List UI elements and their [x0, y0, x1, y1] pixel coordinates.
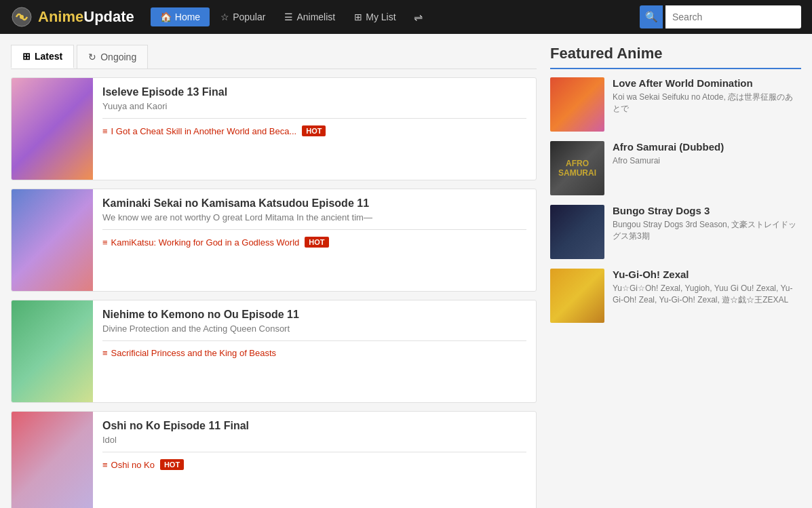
logo-text: AnimeUpdate [38, 8, 134, 26]
featured-thumbnail [550, 205, 604, 259]
tab-latest[interactable]: ⊞ Latest [11, 45, 74, 69]
card-body: Oshi no Ko Episode 11 Final Idol ≡ Oshi … [93, 412, 536, 508]
card-title: Iseleve Episode 13 Final [102, 86, 526, 98]
card-divider [102, 452, 526, 452]
featured-item: AFROSAMURAI Afro Samurai (Dubbed) Afro S… [550, 141, 801, 195]
left-column: ⊞ Latest ↻ Ongoing Iseleve Episode 13 Fi… [11, 45, 537, 508]
card-link[interactable]: ≡ I Got a Cheat Skill in Another World a… [102, 126, 296, 136]
featured-item: Bungo Stray Dogs 3 Bungou Stray Dogs 3rd… [550, 205, 801, 259]
card-thumbnail [12, 412, 93, 508]
main-container: ⊞ Latest ↻ Ongoing Iseleve Episode 13 Fi… [0, 34, 812, 508]
logo-icon [11, 6, 33, 28]
featured-item: Yu-Gi-Oh! Zexal Yu☆Gi☆Oh! Zexal, Yugioh,… [550, 269, 801, 323]
card-thumbnail [12, 189, 93, 291]
tabs: ⊞ Latest ↻ Ongoing [11, 45, 537, 69]
hot-badge: HOT [160, 459, 184, 470]
featured-sub: Afro Samurai [613, 155, 801, 167]
card-link[interactable]: ≡ Sacrificial Princess and the King of B… [102, 348, 276, 358]
card-title: Kaminaki Sekai no Kamisama Katsudou Epis… [102, 197, 526, 210]
featured-name: Afro Samurai (Dubbed) [613, 141, 801, 153]
search-button[interactable]: 🔍 [640, 5, 663, 28]
card-title: Niehime to Kemono no Ou Episode 11 [102, 309, 526, 321]
featured-sub: Yu☆Gi☆Oh! Zexal, Yugioh, Yuu Gi Ou! Zexa… [613, 283, 801, 306]
card-subtitle: Yuuya and Kaori [102, 101, 526, 111]
card-thumbnail [12, 78, 93, 180]
card-title: Oshi no Ko Episode 11 Final [102, 420, 526, 432]
card-divider [102, 118, 526, 119]
nav-mylist[interactable]: ⊞ My List [346, 7, 404, 26]
card-divider [102, 340, 526, 341]
search-input[interactable] [665, 5, 801, 28]
anime-card: Niehime to Kemono no Ou Episode 11 Divin… [11, 300, 537, 403]
anime-card: Oshi no Ko Episode 11 Final Idol ≡ Oshi … [11, 411, 537, 508]
card-body: Niehime to Kemono no Ou Episode 11 Divin… [93, 300, 536, 402]
featured-thumbnail [550, 269, 604, 323]
card-subtitle: Divine Protection and the Acting Queen C… [102, 324, 526, 334]
card-subtitle: We know we are not worthy O great Lord M… [102, 212, 526, 222]
featured-info: Afro Samurai (Dubbed) Afro Samurai [613, 141, 801, 167]
featured-thumbnail: AFROSAMURAI [550, 141, 604, 195]
nav: 🏠 Home ☆ Popular ☰ Animelist ⊞ My List ⇌ [151, 7, 634, 28]
card-link-row: ≡ KamiKatsu: Working for God in a Godles… [102, 237, 526, 248]
tab-ongoing[interactable]: ↻ Ongoing [77, 45, 148, 69]
search-wrap: 🔍 [640, 5, 801, 28]
card-link-row: ≡ I Got a Cheat Skill in Another World a… [102, 125, 526, 136]
anime-card: Iseleve Episode 13 Final Yuuya and Kaori… [11, 77, 537, 180]
featured-item: Love After World Domination Koi wa Sekai… [550, 77, 801, 132]
card-link[interactable]: ≡ Oshi no Ko [102, 460, 155, 470]
card-link[interactable]: ≡ KamiKatsu: Working for God in a Godles… [102, 237, 299, 248]
card-divider [102, 229, 526, 230]
logo-part1: Anime [38, 8, 83, 25]
hot-badge: HOT [305, 237, 328, 248]
shuffle-button[interactable]: ⇌ [407, 7, 429, 28]
featured-name: Bungo Stray Dogs 3 [613, 205, 801, 216]
featured-info: Yu-Gi-Oh! Zexal Yu☆Gi☆Oh! Zexal, Yugioh,… [613, 269, 801, 306]
hot-badge: HOT [302, 125, 326, 136]
featured-info: Love After World Domination Koi wa Sekai… [613, 77, 801, 115]
nav-home[interactable]: 🏠 Home [151, 7, 210, 26]
card-body: Kaminaki Sekai no Kamisama Katsudou Epis… [93, 189, 536, 291]
logo: AnimeUpdate [11, 6, 134, 28]
card-subtitle: Idol [102, 435, 526, 445]
featured-sub: Bungou Stray Dogs 3rd Season, 文豪ストレイドッグス… [613, 219, 801, 242]
anime-card: Kaminaki Sekai no Kamisama Katsudou Epis… [11, 189, 537, 292]
featured-name: Yu-Gi-Oh! Zexal [613, 269, 801, 280]
right-column: Featured Anime Love After World Dominati… [550, 45, 801, 508]
nav-popular[interactable]: ☆ Popular [212, 7, 273, 26]
card-body: Iseleve Episode 13 Final Yuuya and Kaori… [93, 78, 536, 180]
featured-sub: Koi wa Sekai Seifuku no Atode, 恋は世界征服のあと… [613, 92, 801, 115]
featured-name: Love After World Domination [613, 77, 801, 89]
card-thumbnail [12, 300, 93, 402]
card-link-row: ≡ Sacrificial Princess and the King of B… [102, 348, 526, 358]
card-link-row: ≡ Oshi no Ko HOT [102, 459, 526, 470]
svg-point-1 [20, 15, 24, 19]
header: AnimeUpdate 🏠 Home ☆ Popular ☰ Animelist… [0, 0, 812, 34]
featured-title: Featured Anime [550, 45, 801, 69]
featured-thumbnail [550, 77, 604, 132]
logo-part2: Update [83, 8, 134, 25]
nav-animelist[interactable]: ☰ Animelist [276, 7, 343, 26]
featured-info: Bungo Stray Dogs 3 Bungou Stray Dogs 3rd… [613, 205, 801, 242]
